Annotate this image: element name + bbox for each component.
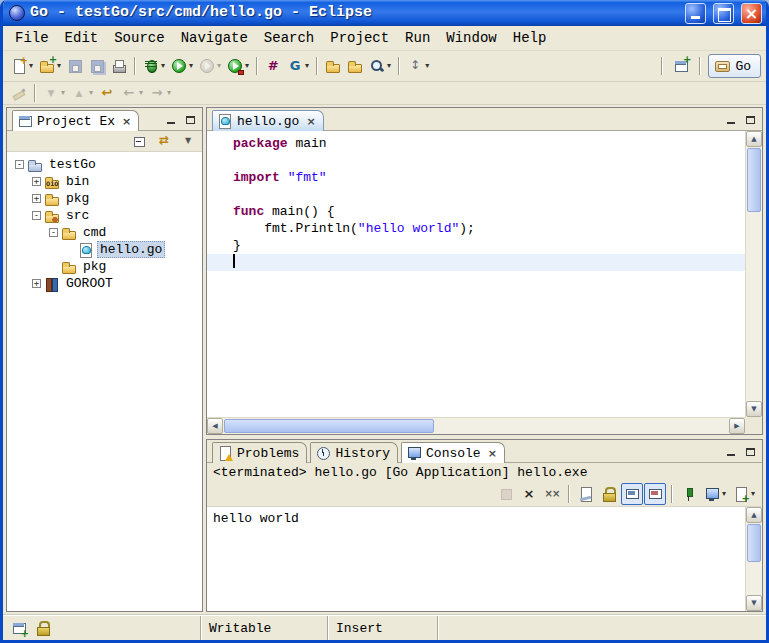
clear-console-button[interactable] [575,483,597,505]
tab-hello-go[interactable]: hello.go× [212,110,324,131]
new-wizard-button[interactable]: ▾ [8,55,36,77]
maximize-button[interactable] [713,3,734,24]
tree-item-testgo[interactable]: -testGo [7,156,202,173]
open-console-button[interactable]: ▾ [730,483,758,505]
menu-item-file[interactable]: File [7,28,57,48]
code-line[interactable] [207,254,745,271]
new-go-program-button[interactable]: # [262,55,284,77]
horizontal-scroll-thumb[interactable] [224,419,434,433]
menu-item-navigate[interactable]: Navigate [173,28,256,48]
expand-toggle-icon[interactable]: + [32,279,41,288]
menu-item-edit[interactable]: Edit [57,28,107,48]
tree-item-bin[interactable]: +010bin [7,173,202,190]
menu-item-run[interactable]: Run [397,28,438,48]
close-tab-icon[interactable]: × [488,448,497,459]
view-menu-button[interactable]: ▼ [177,132,199,150]
scroll-down-button[interactable]: ▼ [746,595,762,611]
tab-console[interactable]: Console× [401,442,505,463]
minimize-view-button[interactable] [721,111,740,128]
code-editor[interactable]: package mainimport "fmt"func main() { fm… [207,131,762,434]
external-tools-button[interactable]: ▾ [224,55,252,77]
code-line[interactable]: func main() { [207,203,745,220]
code-line[interactable]: import "fmt" [207,169,745,186]
tree-item-cmd[interactable]: -cmd [7,224,202,241]
code-line[interactable] [207,186,745,203]
tree-item-pkg[interactable]: pkg [7,258,202,275]
collapse-all-button[interactable] [129,132,151,150]
code-area[interactable]: package mainimport "fmt"func main() { fm… [207,131,745,417]
annotations-button[interactable]: ↕▾ [404,55,432,77]
tree-item-hello-go[interactable]: hello.go [7,241,202,258]
open-perspective-button[interactable]: + [670,55,692,77]
console-vertical-scrollbar[interactable]: ▲ ▼ [745,507,762,611]
scroll-lock-button[interactable] [598,483,620,505]
maximize-view-button[interactable] [741,443,760,460]
close-button[interactable] [741,3,762,24]
menu-item-window[interactable]: Window [438,28,504,48]
close-tab-icon[interactable]: × [306,116,315,127]
menu-item-help[interactable]: Help [505,28,555,48]
title-bar[interactable]: Go - testGo/src/cmd/hello.go - Eclipse [3,0,766,26]
remove-launch-button[interactable]: × [518,483,540,505]
vertical-scroll-thumb[interactable] [747,148,761,212]
dropdown-arrow-icon: ▾ [425,62,429,70]
show-on-stdout-button[interactable] [621,483,643,505]
editor-horizontal-scrollbar[interactable]: ◀ ▶ [207,417,745,434]
tab-project-ex[interactable]: Project Ex× [12,110,139,131]
open-package-button[interactable] [344,55,366,77]
project-tree[interactable]: -testGo+010bin+pkg-src-cmdhello.gopkg+GO… [7,152,202,611]
menu-item-search[interactable]: Search [256,28,322,48]
menu-item-source[interactable]: Source [106,28,172,48]
run-button[interactable]: ▾ [168,55,196,77]
code-line[interactable]: fmt.Println("hello world"); [207,220,745,237]
expand-toggle-icon[interactable]: + [32,177,41,186]
vertical-scroll-thumb[interactable] [747,524,761,562]
statusbar-filler [437,616,766,640]
go-perspective-button[interactable]: Go [708,54,761,78]
console-output-area[interactable]: hello world ▲ ▼ [207,507,762,611]
last-edit-location-button[interactable]: ↩ [96,82,118,104]
minimize-view-button[interactable] [161,111,180,128]
lock-icon[interactable] [35,620,51,636]
search-button[interactable]: ▾ [366,55,394,77]
go-menu-button[interactable]: G▾ [284,55,312,77]
menu-item-project[interactable]: Project [322,28,397,48]
tab-history[interactable]: History [310,442,398,463]
print-button[interactable] [108,55,130,77]
maximize-view-button[interactable] [741,111,760,128]
scroll-down-button[interactable]: ▼ [746,401,762,417]
dropdown-arrow-icon: ▾ [189,62,193,70]
minimize-button[interactable] [685,3,706,24]
menu-bar: FileEditSourceNavigateSearchProjectRunWi… [3,26,766,51]
show-on-stderr-button[interactable] [644,483,666,505]
collapse-toggle-icon[interactable]: - [15,160,24,169]
tab-label: hello.go [237,114,299,129]
open-go-resource-button[interactable] [322,55,344,77]
tree-item-pkg[interactable]: +pkg [7,190,202,207]
scroll-left-button[interactable]: ◀ [207,418,223,434]
scroll-up-button[interactable]: ▲ [746,131,762,147]
tree-item-src[interactable]: -src [7,207,202,224]
scroll-up-button[interactable]: ▲ [746,507,762,523]
tab-problems[interactable]: Problems [212,442,307,463]
minimize-view-button[interactable] [721,443,740,460]
display-selected-console-button[interactable]: ▾ [701,483,729,505]
console-output-text[interactable]: hello world [207,507,745,611]
remove-all-terminated-button[interactable]: ×× [541,483,563,505]
expand-toggle-icon[interactable]: + [32,194,41,203]
link-with-editor-button[interactable]: ⇄ [153,132,175,150]
new-go-element-button[interactable]: +▾ [36,55,64,77]
tree-item-goroot[interactable]: +GOROOT [7,275,202,292]
code-line[interactable] [207,152,745,169]
close-tab-icon[interactable]: × [122,116,131,127]
fast-view-icon[interactable]: + [11,620,27,636]
scroll-right-button[interactable]: ▶ [729,418,745,434]
pin-console-button[interactable] [678,483,700,505]
debug-button[interactable]: ▾ [140,55,168,77]
code-line[interactable]: } [207,237,745,254]
code-line[interactable]: package main [207,135,745,152]
collapse-toggle-icon[interactable]: - [49,228,58,237]
editor-vertical-scrollbar[interactable]: ▲ ▼ [745,131,762,417]
collapse-toggle-icon[interactable]: - [32,211,41,220]
maximize-view-button[interactable] [181,111,200,128]
